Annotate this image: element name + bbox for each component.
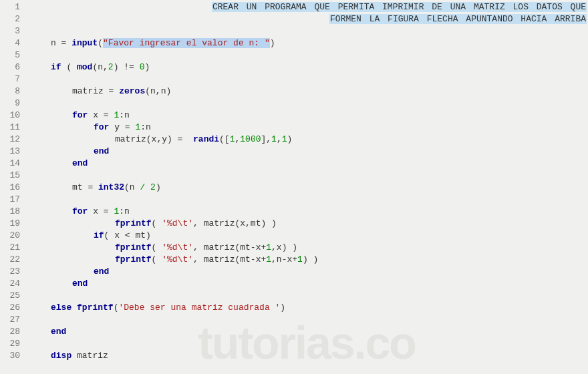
code-line[interactable]: end — [29, 266, 588, 278]
code-line[interactable] — [29, 314, 588, 326]
line-number: 24 — [5, 278, 20, 290]
line-number: 8 — [5, 85, 20, 98]
comment-line-2: FORMEN LA FIGURA FLECHA APUNTANDO HACIA … — [212, 13, 587, 25]
line-number: 20 — [5, 230, 20, 242]
code-line[interactable]: fprintf( '%d\t', matriz(mt-x+1,x) ) — [29, 242, 588, 254]
code-line[interactable]: fprintf( '%d\t', matriz(mt-x+1,n-x+1) ) — [29, 254, 588, 266]
line-number: 18 — [5, 206, 20, 218]
line-number: 23 — [5, 266, 20, 278]
line-number: 9 — [5, 98, 20, 110]
comment-line-1: CREAR UN PROGRAMA QUE PERMITA IMPRIMIR D… — [212, 1, 587, 13]
code-line[interactable]: fprintf( '%d\t', matriz(x,mt) ) — [29, 218, 588, 230]
line-number-gutter: 1 2 3 4 5 6 7 8 9 10 11 12 13 14 15 16 1… — [0, 0, 25, 374]
line-number: 2 — [5, 13, 20, 25]
line-number: 19 — [5, 218, 20, 230]
line-number: 30 — [5, 350, 20, 362]
code-line[interactable]: for x = 1:n — [29, 110, 588, 122]
code-line[interactable] — [29, 338, 588, 350]
code-line[interactable]: end — [29, 146, 588, 158]
line-number: 3 — [5, 25, 20, 37]
code-line[interactable] — [29, 49, 588, 61]
code-line[interactable]: end — [29, 278, 588, 290]
line-number: 7 — [5, 73, 20, 85]
line-number: 1 — [5, 1, 20, 13]
code-line[interactable]: n = input("Favor ingresar el valor de n:… — [29, 37, 588, 49]
line-number: 5 — [5, 49, 20, 61]
code-line[interactable]: end — [29, 158, 588, 170]
code-line[interactable] — [29, 25, 588, 37]
code-line[interactable]: matriz = zeros(n,n) — [29, 85, 588, 98]
line-number: 6 — [5, 61, 20, 73]
code-line[interactable] — [29, 73, 588, 85]
code-line[interactable]: for x = 1:n — [29, 206, 588, 218]
line-number: 17 — [5, 194, 20, 206]
code-line[interactable]: mt = int32(n / 2) — [29, 182, 588, 194]
code-line[interactable]: for y = 1:n — [29, 122, 588, 134]
line-number: 11 — [5, 122, 20, 134]
code-line[interactable] — [29, 170, 588, 182]
line-number: 25 — [5, 290, 20, 302]
header-comment: CREAR UN PROGRAMA QUE PERMITA IMPRIMIR D… — [212, 1, 587, 25]
code-line[interactable]: matriz(x,y) = randi([1,1000],1,1) — [29, 134, 588, 146]
line-number: 14 — [5, 158, 20, 170]
code-line[interactable]: if ( mod(n,2) != 0) — [29, 61, 588, 73]
code-editor: 1 2 3 4 5 6 7 8 9 10 11 12 13 14 15 16 1… — [0, 0, 588, 374]
line-number: 15 — [5, 170, 20, 182]
code-line[interactable]: end — [29, 326, 588, 338]
line-number: 21 — [5, 242, 20, 254]
line-number: 12 — [5, 134, 20, 146]
code-line[interactable]: disp matriz — [29, 350, 588, 362]
line-number: 22 — [5, 254, 20, 266]
code-line[interactable]: if( x < mt) — [29, 230, 588, 242]
line-number: 26 — [5, 302, 20, 314]
line-number: 16 — [5, 182, 20, 194]
code-area[interactable]: CREAR UN PROGRAMA QUE PERMITA IMPRIMIR D… — [25, 0, 588, 374]
line-number: 27 — [5, 314, 20, 326]
line-number: 13 — [5, 146, 20, 158]
line-number: 29 — [5, 338, 20, 350]
line-number: 4 — [5, 37, 20, 49]
code-line[interactable] — [29, 98, 588, 110]
line-number: 10 — [5, 110, 20, 122]
line-number: 28 — [5, 326, 20, 338]
code-line[interactable] — [29, 194, 588, 206]
code-line[interactable] — [29, 290, 588, 302]
code-line[interactable]: else fprintf('Debe ser una matriz cuadra… — [29, 302, 588, 314]
